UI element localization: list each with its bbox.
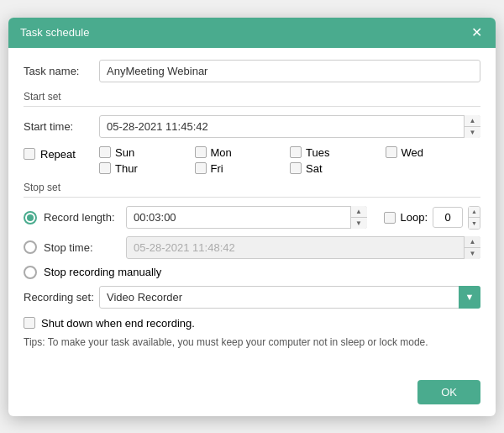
sun-checkbox[interactable] [99, 146, 111, 158]
task-schedule-dialog: Task schedule ✕ Task name: Start set Sta… [8, 18, 496, 416]
stop-time-arrows: ▲ ▼ [464, 236, 480, 259]
day-item-fri: Fri [195, 162, 291, 175]
stop-time-up[interactable]: ▲ [465, 236, 480, 248]
loop-input[interactable] [433, 207, 463, 228]
dialog-title: Task schedule [20, 26, 89, 39]
start-time-down[interactable]: ▼ [465, 127, 480, 138]
fri-checkbox[interactable] [195, 162, 207, 174]
footer: OK [8, 372, 496, 416]
start-time-up[interactable]: ▲ [465, 115, 480, 127]
stop-time-label: Stop time: [44, 241, 119, 254]
stop-manually-radio[interactable] [24, 266, 37, 279]
record-length-up[interactable]: ▲ [351, 206, 367, 218]
day-grid: Sun Mon Tues Wed Thur [99, 146, 480, 175]
recording-set-row: Recording set: Video Recorder Audio Reco… [24, 286, 480, 309]
start-time-input[interactable] [99, 115, 480, 138]
repeat-label: Repeat [40, 148, 76, 161]
shutdown-label: Shut down when end recording. [41, 317, 195, 330]
day-item-tues: Tues [290, 146, 386, 159]
start-time-spinner-wrap: ▲ ▼ [99, 115, 480, 138]
repeat-checkbox[interactable] [24, 148, 35, 160]
mon-checkbox[interactable] [195, 146, 207, 158]
record-length-row: Record length: ▲ ▼ Loop: ▲ ▼ [24, 206, 480, 230]
stop-manually-row: Stop recording manually [24, 266, 480, 279]
day-item-wed: Wed [386, 146, 481, 159]
start-set-section-label: Start set [24, 91, 480, 107]
repeat-label-wrap: Repeat [24, 146, 99, 161]
title-bar: Task schedule ✕ [8, 18, 496, 48]
day-item-thur: Thur [99, 162, 195, 175]
stop-time-spinner-wrap: ▲ ▼ [126, 236, 480, 259]
task-name-row: Task name: [24, 60, 480, 82]
stop-manually-label: Stop recording manually [44, 266, 161, 278]
tips-text: Tips: To make your task available, you m… [24, 336, 480, 348]
wed-checkbox[interactable] [386, 146, 397, 158]
dialog-content: Task name: Start set Start time: ▲ ▼ Rep… [8, 48, 496, 372]
record-length-down[interactable]: ▼ [351, 218, 367, 229]
record-length-arrows: ▲ ▼ [350, 206, 367, 229]
sun-label: Sun [115, 146, 134, 159]
stop-time-radio[interactable] [24, 240, 37, 254]
loop-up[interactable]: ▲ [469, 207, 480, 218]
task-name-input[interactable] [99, 60, 480, 82]
wed-label: Wed [402, 146, 424, 159]
record-length-radio[interactable] [24, 211, 37, 224]
stop-time-row: Stop time: ▲ ▼ [24, 236, 480, 259]
record-length-spinner-wrap: ▲ ▼ [126, 206, 367, 229]
start-time-label: Start time: [24, 120, 99, 133]
stop-set-section-label: Stop set [24, 182, 480, 198]
tues-label: Tues [306, 146, 329, 159]
start-time-row: Start time: ▲ ▼ [24, 115, 480, 138]
ok-button[interactable]: OK [417, 380, 480, 404]
record-length-label: Record length: [44, 211, 119, 224]
recording-set-select-wrap: Video Recorder Audio Recorder Screen Rec… [99, 286, 480, 309]
mon-label: Mon [211, 146, 232, 159]
record-length-input[interactable] [126, 206, 367, 229]
task-name-label: Task name: [24, 65, 99, 77]
tues-checkbox[interactable] [290, 146, 302, 158]
day-item-mon: Mon [195, 146, 291, 159]
loop-label: Loop: [401, 211, 428, 224]
stop-time-input[interactable] [126, 236, 480, 259]
day-item-sun: Sun [99, 146, 195, 159]
loop-wrap: Loop: ▲ ▼ [384, 206, 480, 230]
shutdown-checkbox[interactable] [24, 317, 35, 329]
close-button[interactable]: ✕ [470, 26, 484, 40]
sat-label: Sat [306, 162, 323, 175]
thur-checkbox[interactable] [99, 162, 111, 174]
shutdown-row: Shut down when end recording. [24, 317, 480, 330]
thur-label: Thur [115, 162, 138, 175]
loop-down[interactable]: ▼ [469, 217, 480, 229]
start-time-arrows: ▲ ▼ [464, 115, 480, 138]
repeat-row: Repeat Sun Mon Tues Wed [24, 146, 480, 175]
loop-checkbox[interactable] [384, 212, 396, 224]
sat-checkbox[interactable] [290, 162, 302, 174]
recording-set-select[interactable]: Video Recorder Audio Recorder Screen Rec… [99, 286, 480, 309]
day-item-sat: Sat [290, 162, 386, 175]
fri-label: Fri [211, 162, 223, 175]
stop-time-down[interactable]: ▼ [465, 248, 480, 259]
recording-set-label: Recording set: [24, 291, 99, 304]
